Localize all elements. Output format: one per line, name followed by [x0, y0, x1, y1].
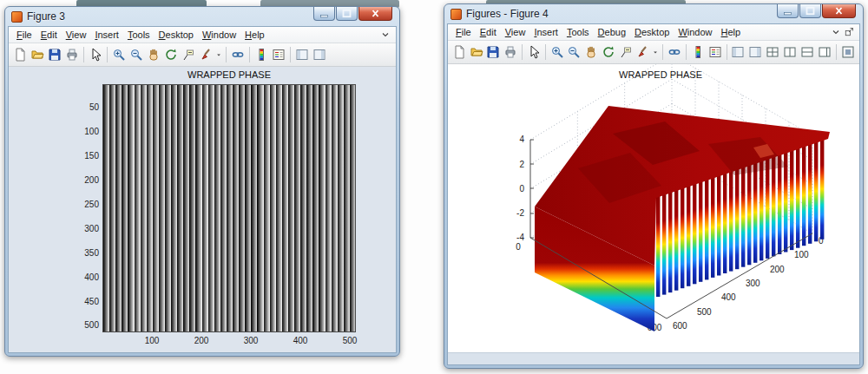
maximize-icon: [340, 8, 353, 19]
menu-item-tools[interactable]: Tools: [562, 25, 594, 39]
close-button[interactable]: [358, 7, 392, 21]
surface-plot[interactable]: WRAPPED PHASE 4 2 0 -2 -4 0 200 400 600 …: [448, 64, 859, 351]
pan-hand-icon: [584, 45, 598, 59]
toolbar-separator: [727, 44, 727, 60]
menu-item-window[interactable]: Window: [198, 28, 240, 42]
menu-item-view[interactable]: View: [62, 28, 91, 42]
maximize-button[interactable]: [336, 7, 358, 21]
data-cursor-tool[interactable]: [180, 45, 197, 64]
open-file-tool[interactable]: [468, 43, 485, 62]
insert-legend-tool[interactable]: [270, 45, 287, 64]
menu-item-help[interactable]: Help: [717, 25, 746, 39]
layout-single-icon: [818, 45, 832, 59]
toolbar-separator: [290, 47, 291, 62]
y-tick-label: 200: [770, 265, 785, 274]
menu-item-file[interactable]: File: [451, 25, 476, 39]
titlebar[interactable]: Figure 3: [8, 7, 397, 26]
figure3-canvas[interactable]: WRAPPED PHASE 50 100 150 200 250 300 350…: [9, 67, 396, 352]
menu-item-desktop[interactable]: Desktop: [155, 28, 198, 42]
menu-item-insert[interactable]: Insert: [90, 28, 123, 42]
figure4-window[interactable]: Figures - Figure 4 File Edit View Insert…: [444, 3, 864, 369]
window-title: Figure 3: [27, 10, 65, 23]
menu-item-window[interactable]: Window: [674, 25, 716, 39]
plot-title: WRAPPED PHASE: [619, 69, 702, 80]
x-tick-label: 100: [136, 336, 168, 345]
pan-tool[interactable]: [582, 43, 600, 62]
menu-item-desktop[interactable]: Desktop: [630, 25, 674, 39]
layout-tile-tool[interactable]: [764, 43, 781, 62]
pan-hand-icon: [147, 48, 161, 62]
insert-colorbar-tool[interactable]: [253, 45, 270, 64]
brush-icon: [635, 45, 649, 59]
new-figure-tool[interactable]: [11, 45, 29, 64]
save-icon: [48, 48, 62, 62]
menu-item-insert[interactable]: Insert: [529, 25, 562, 39]
toolbar-separator: [545, 44, 546, 60]
zoom-in-tool[interactable]: [549, 43, 566, 62]
zoom-in-tool[interactable]: [110, 45, 128, 64]
save-tool[interactable]: [485, 43, 503, 62]
print-tool[interactable]: [502, 43, 519, 62]
layout-single-tool[interactable]: [816, 43, 833, 62]
new-figure-tool[interactable]: [450, 43, 468, 62]
layout-tile-icon: [766, 45, 779, 59]
plot-title: WRAPPED PHASE: [102, 69, 356, 80]
hide-plot-tools[interactable]: [293, 45, 311, 64]
insert-colorbar-tool[interactable]: [689, 43, 707, 62]
show-plot-tools[interactable]: [746, 43, 764, 62]
zoom-out-tool[interactable]: [566, 43, 583, 62]
zoom-out-tool[interactable]: [128, 45, 145, 64]
menu-chevron-icon[interactable]: [831, 27, 841, 37]
brush-dropdown[interactable]: [214, 45, 223, 64]
titlebar[interactable]: Figures - Figure 4: [447, 4, 860, 23]
save-tool[interactable]: [46, 45, 63, 64]
brush-tool[interactable]: [635, 43, 652, 62]
figure3-window[interactable]: Figure 3 File Edit View Insert Tools Des…: [4, 6, 400, 357]
rotate-3d-tool[interactable]: [162, 45, 180, 64]
y-tick-label: 600: [673, 321, 687, 331]
insert-legend-tool[interactable]: [707, 43, 724, 62]
brush-dropdown[interactable]: [651, 43, 660, 62]
hide-plot-tools-icon: [295, 48, 309, 62]
link-plot-tool[interactable]: [666, 43, 683, 62]
menu-item-tools[interactable]: Tools: [123, 28, 155, 42]
dock-figure-tool[interactable]: [839, 43, 857, 62]
menu-item-help[interactable]: Help: [240, 28, 269, 42]
menu-chevron-icon[interactable]: [380, 30, 391, 40]
hide-plot-tools[interactable]: [730, 43, 747, 62]
figure4-canvas[interactable]: WRAPPED PHASE 4 2 0 -2 -4 0 200 400 600 …: [448, 64, 859, 364]
pointer-tool[interactable]: [87, 45, 104, 64]
data-cursor-icon: [181, 48, 195, 62]
menu-item-edit[interactable]: Edit: [476, 25, 501, 39]
y-tick-label: 300: [746, 279, 760, 288]
maximize-icon: [804, 5, 817, 16]
figure-toolbar: [9, 43, 396, 67]
menu-item-view[interactable]: View: [501, 25, 530, 39]
wrapped-phase-image[interactable]: [102, 84, 356, 332]
menu-item-file[interactable]: File: [12, 28, 36, 42]
layout-left-right-tool[interactable]: [781, 43, 799, 62]
pointer-tool[interactable]: [525, 43, 542, 62]
link-plot-tool[interactable]: [229, 45, 247, 64]
minimize-button[interactable]: [777, 4, 799, 18]
data-cursor-tool[interactable]: [617, 43, 635, 62]
x-tick-label: 400: [285, 336, 316, 345]
new-document-icon: [13, 48, 27, 62]
print-tool[interactable]: [63, 45, 81, 64]
rotate-3d-tool[interactable]: [600, 43, 617, 62]
menu-item-edit[interactable]: Edit: [36, 28, 62, 42]
open-file-tool[interactable]: [29, 45, 46, 64]
pan-tool[interactable]: [145, 45, 162, 64]
y-tick-label: 350: [73, 248, 99, 258]
close-button[interactable]: [822, 4, 856, 18]
menu-item-debug[interactable]: Debug: [594, 25, 630, 39]
menu-bar: File Edit View Insert Tools Debug Deskto…: [448, 24, 859, 41]
brush-tool[interactable]: [197, 45, 214, 64]
minimize-button[interactable]: [313, 7, 335, 21]
maximize-button[interactable]: [799, 4, 821, 18]
undock-panel-icon[interactable]: [844, 27, 854, 37]
show-plot-tools[interactable]: [311, 45, 328, 64]
z-tick-label: -4: [516, 233, 524, 242]
z-tick-label: 2: [519, 160, 524, 169]
layout-top-bottom-tool[interactable]: [799, 43, 816, 62]
